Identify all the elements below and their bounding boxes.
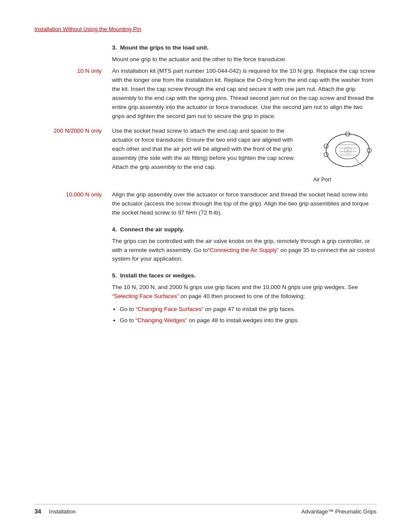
step3-intro-label: [34, 55, 112, 64]
step3-10n-label: 10 N only: [34, 67, 112, 121]
step4-heading-text: Connect the air supply.: [120, 226, 184, 233]
list-item: Go to “Changing Face Surfaces” on page 4…: [120, 305, 377, 314]
step4-label: [34, 237, 112, 264]
step3-200n-image-col: Air Port: [310, 127, 377, 184]
step4-heading: 4. Connect the air supply.: [112, 226, 377, 233]
step3-200n-row: 200 N/2000 N only Use the socket head sc…: [34, 127, 377, 184]
step3-intro-row: Mount one grip to the actuator and the o…: [34, 55, 377, 64]
step4-body-row: The grips can be controlled with the air…: [34, 237, 377, 264]
bullet2-after: to install wedges into the grips.: [218, 317, 299, 324]
breadcrumb[interactable]: Installation Without Using the Mounting …: [34, 26, 377, 32]
step5-intro-para: The 10 N, 200 N, and 2000 N grips use gr…: [112, 283, 377, 301]
step5-heading-text: Install the faces or wedges.: [120, 272, 196, 279]
step4-link[interactable]: “Connecting the Air Supply”: [208, 247, 279, 253]
step3-200n-label: 200 N/2000 N only: [34, 127, 112, 184]
footer-left: 34 Installation: [34, 508, 76, 515]
step5-label: [34, 283, 112, 327]
step5-body-row: The 10 N, 200 N, and 2000 N grips use gr…: [34, 283, 377, 327]
step5-heading: 5. Install the faces or wedges.: [112, 272, 377, 279]
footer-page-number: 34: [34, 508, 41, 515]
bullet1-after: to install the grip faces.: [234, 306, 296, 312]
footer-product: Advantage™ Pneumatic Grips: [301, 508, 377, 515]
step5-intro-suffix: then proceed to one of the following:: [210, 293, 305, 299]
step4-text: The grips can be controlled with the air…: [112, 237, 377, 264]
bullet2-before: Go to: [120, 317, 136, 324]
footer-section: Installation: [49, 508, 76, 515]
svg-line-10: [354, 158, 363, 166]
step5-number: 5.: [112, 272, 117, 279]
list-item: Go to “Changing Wedges” on page 48 to in…: [120, 316, 377, 325]
step3-10000n-label: 10,000 N only: [34, 190, 112, 218]
air-port-label: Air Port: [310, 176, 377, 184]
step3-intro-text: Mount one grip to the actuator and the o…: [112, 55, 377, 64]
step5-text: The 10 N, 200 N, and 2000 N grips use gr…: [112, 283, 377, 327]
grip-illustration: [313, 127, 374, 174]
bullet1-link[interactable]: “Changing Face Surfaces”: [136, 306, 204, 312]
step5-intro-link-page: on page 40: [179, 293, 209, 299]
step3-heading-text: Mount the grips to the load unit.: [120, 44, 209, 51]
step3-10000n-row: 10,000 N only Align the grip assembly ov…: [34, 190, 377, 218]
bullet2-page: on page 48: [187, 317, 218, 324]
step3-number: 3.: [112, 44, 117, 51]
step3-10n-text: An installation kit (MTS part number 100…: [112, 67, 377, 121]
step4-number: 4.: [112, 226, 117, 233]
bullet2-link[interactable]: “Changing Wedges”: [136, 317, 187, 324]
step5-intro-link[interactable]: “Selecting Face Surfaces”: [112, 293, 179, 299]
step5-intro-before: The 10 N, 200 N, and 2000 N grips use gr…: [112, 284, 358, 290]
page: Installation Without Using the Mounting …: [0, 0, 411, 532]
bullet1-page: on page 47: [203, 306, 234, 312]
step3-10000n-text: Align the grip assembly over the actuato…: [112, 190, 377, 218]
step3-heading: 3. Mount the grips to the load unit.: [112, 44, 377, 51]
step3-200n-body-image: Use the socket head screw to attach the …: [112, 127, 377, 184]
step3-200n-text-col: Use the socket head screw to attach the …: [112, 127, 302, 172]
page-footer: 34 Installation Advantage™ Pneumatic Gri…: [34, 504, 377, 515]
content-area: 3. Mount the grips to the load unit. Mou…: [34, 44, 377, 327]
bullet1-before: Go to: [120, 306, 136, 312]
step3-10n-row: 10 N only An installation kit (MTS part …: [34, 67, 377, 121]
step5-bullet-list: Go to “Changing Face Surfaces” on page 4…: [120, 305, 377, 325]
step3-200n-content: Use the socket head screw to attach the …: [112, 127, 377, 184]
